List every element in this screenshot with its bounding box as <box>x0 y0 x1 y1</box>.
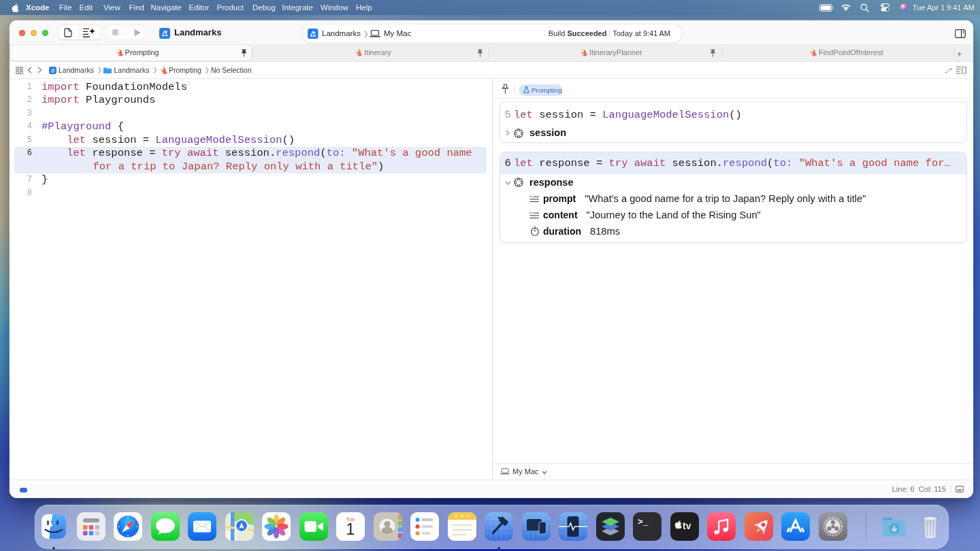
svg-text:>_: >_ <box>638 517 649 527</box>
svg-text:1: 1 <box>346 520 355 538</box>
svg-text:tv: tv <box>683 520 691 531</box>
